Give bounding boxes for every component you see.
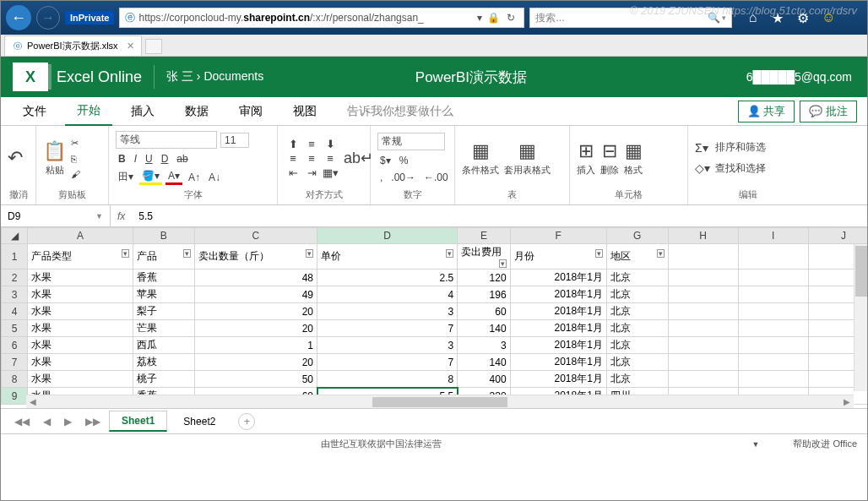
add-sheet-button[interactable]: + <box>238 413 255 430</box>
dropdown-icon[interactable]: ▾ <box>472 12 487 24</box>
new-tab-button[interactable] <box>145 39 162 54</box>
sheet-nav-prev[interactable]: ◀ <box>38 416 56 427</box>
filter-icon[interactable]: ▾ <box>446 249 453 258</box>
table-row[interactable]: 3 水果苹果49 4 1962018年1月北京 <box>2 286 868 303</box>
col-header-H[interactable]: H <box>668 228 738 244</box>
copy-icon[interactable]: ⎘ <box>71 154 80 164</box>
col-header-F[interactable]: F <box>510 228 606 244</box>
merge-button[interactable]: ▦▾ <box>322 166 339 179</box>
increase-decimal-button[interactable]: .00→ <box>388 171 418 184</box>
align-center-button[interactable]: ≡ <box>303 152 320 165</box>
comments-button[interactable]: 💬 批注 <box>800 101 857 123</box>
strikethrough-button[interactable]: ab <box>174 152 190 166</box>
select-all-corner[interactable]: ◢ <box>2 228 28 244</box>
font-size-select[interactable]: 11 <box>220 133 249 148</box>
status-dropdown-icon[interactable]: ▼ <box>751 440 759 449</box>
currency-button[interactable]: $▾ <box>377 154 393 167</box>
insert-cells-button[interactable]: ⊞插入 <box>577 140 595 177</box>
header-row[interactable]: 1 产品类型▾ 产品▾ 卖出数量（斤）▾ 单价▾ 卖出费用▾ 月份▾ 地区▾ <box>2 244 868 270</box>
forward-button[interactable]: → <box>36 6 60 30</box>
delete-cells-button[interactable]: ⊟删除 <box>600 140 619 177</box>
table-row[interactable]: 7 水果荔枝20 7 1402018年1月北京 <box>2 354 868 371</box>
filter-icon[interactable]: ▾ <box>499 259 507 268</box>
table-row[interactable]: 5 水果芒果20 7 1402018年1月北京 <box>2 320 868 337</box>
align-right-button[interactable]: ≡ <box>322 152 339 165</box>
breadcrumb[interactable]: 张 三 › Documents <box>166 69 263 84</box>
filter-icon[interactable]: ▾ <box>122 249 129 258</box>
double-underline-button[interactable]: D <box>159 152 171 166</box>
italic-button[interactable]: I <box>132 152 139 166</box>
format-cells-button[interactable]: ▦格式 <box>624 140 643 177</box>
font-name-select[interactable]: 等线 <box>116 131 217 149</box>
clear-button[interactable]: ◇▾ <box>695 161 710 175</box>
sheet-nav-next[interactable]: ▶ <box>59 416 77 427</box>
formula-value[interactable]: 5.5 <box>132 210 160 222</box>
browser-tab[interactable]: ⓔ PowerBI演示数据.xlsx ✕ <box>4 35 142 56</box>
sheet-nav-first[interactable]: ◀◀ <box>9 416 35 427</box>
table-row[interactable]: 8 水果桃子50 8 4002018年1月北京 <box>2 371 868 388</box>
find-select-button[interactable]: 查找和选择 <box>715 161 766 176</box>
wrap-text-button[interactable]: ab↵ <box>344 149 373 167</box>
paste-button[interactable]: 📋粘贴 <box>43 140 66 177</box>
tab-data[interactable]: 数据 <box>173 98 220 125</box>
filter-icon[interactable]: ▾ <box>657 249 665 258</box>
col-header-D[interactable]: D <box>317 228 458 244</box>
fill-color-button[interactable]: 🪣▾ <box>139 169 162 185</box>
tab-file[interactable]: 文件 <box>11 98 58 125</box>
close-tab-icon[interactable]: ✕ <box>127 41 134 52</box>
filter-icon[interactable]: ▾ <box>183 249 191 258</box>
cell-reference-box[interactable]: D9▼ <box>1 205 111 226</box>
spreadsheet-grid[interactable]: ◢ A B C D E F G H I J 1 产品类型▾ 产品▾ 卖出数量（斤… <box>1 227 867 405</box>
cut-icon[interactable]: ✂ <box>71 138 80 149</box>
vertical-scrollbar[interactable] <box>854 244 867 391</box>
tab-home[interactable]: 开始 <box>65 97 112 126</box>
table-row[interactable]: 6 水果西瓜1 3 32018年1月北京 <box>2 337 868 354</box>
conditional-format-button[interactable]: ▦条件格式 <box>462 140 499 177</box>
align-top-button[interactable]: ⬆ <box>285 138 301 150</box>
back-button[interactable]: ← <box>6 5 31 30</box>
share-button[interactable]: 👤 共享 <box>738 101 795 123</box>
col-header-I[interactable]: I <box>738 228 808 244</box>
col-header-J[interactable]: J <box>808 228 867 244</box>
tell-me-input[interactable]: 告诉我你想要做什么 <box>335 98 465 125</box>
increase-font-button[interactable]: A↑ <box>186 171 203 184</box>
undo-button[interactable]: ↶ <box>8 147 23 169</box>
filter-icon[interactable]: ▾ <box>306 249 313 258</box>
table-format-button[interactable]: ▦套用表格式 <box>504 140 551 177</box>
table-row[interactable]: 4 水果梨子20 3 602018年1月北京 <box>2 303 868 320</box>
col-header-G[interactable]: G <box>606 228 668 244</box>
align-left-button[interactable]: ≡ <box>285 152 301 165</box>
help-improve-link[interactable]: 帮助改进 Office <box>793 438 857 450</box>
tab-view[interactable]: 视图 <box>281 98 328 125</box>
fx-icon[interactable]: fx <box>111 210 132 222</box>
align-middle-button[interactable]: ≡ <box>303 138 320 150</box>
sheet-nav-last[interactable]: ▶▶ <box>80 416 106 427</box>
increase-indent-button[interactable]: ⇥ <box>303 166 320 179</box>
col-header-E[interactable]: E <box>458 228 510 244</box>
horizontal-scrollbar[interactable]: ◀▶ <box>26 395 854 408</box>
bold-button[interactable]: B <box>116 152 128 166</box>
autosum-button[interactable]: Σ▾ <box>695 141 710 155</box>
table-row[interactable]: 2 水果香蕉48 2.5 1202018年1月北京 <box>2 270 868 286</box>
user-email[interactable]: 6█████5@qq.com <box>746 70 852 84</box>
breadcrumb-user[interactable]: 张 三 <box>166 69 193 83</box>
decrease-indent-button[interactable]: ⇤ <box>285 166 301 179</box>
breadcrumb-folder[interactable]: Documents <box>203 69 263 83</box>
col-header-A[interactable]: A <box>28 228 133 244</box>
filter-icon[interactable]: ▾ <box>595 249 603 258</box>
underline-button[interactable]: U <box>143 152 155 166</box>
font-color-button[interactable]: A▾ <box>165 169 182 185</box>
sheet-tab-2[interactable]: Sheet2 <box>171 411 228 432</box>
decrease-decimal-button[interactable]: ←.00 <box>421 171 451 184</box>
col-header-B[interactable]: B <box>133 228 194 244</box>
number-format-select[interactable]: 常规 <box>377 133 445 150</box>
address-bar[interactable]: ⓔ https://corponcloud-my.sharepoint.cn/:… <box>119 8 524 28</box>
sort-filter-button[interactable]: 排序和筛选 <box>715 140 766 155</box>
comma-button[interactable]: , <box>377 171 385 184</box>
tab-review[interactable]: 审阅 <box>227 98 274 125</box>
col-header-C[interactable]: C <box>194 228 317 244</box>
refresh-icon[interactable]: ↻ <box>503 12 518 24</box>
tab-insert[interactable]: 插入 <box>119 98 166 125</box>
border-button[interactable]: 田▾ <box>116 169 136 185</box>
align-bottom-button[interactable]: ⬇ <box>322 138 339 150</box>
